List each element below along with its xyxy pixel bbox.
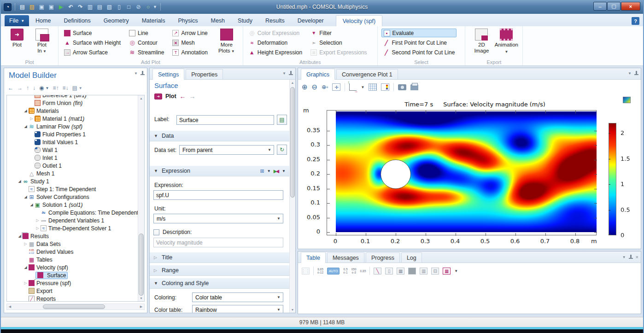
plot-button[interactable]: Plot <box>165 93 176 99</box>
expanded-arrow-icon[interactable]: ◢ <box>29 203 35 207</box>
arrow-line-button[interactable]: Arrow Line <box>170 29 209 37</box>
open-icon[interactable] <box>28 3 36 11</box>
tree-item-form-union[interactable]: Form Union(fin) <box>7 99 138 107</box>
tree-item-reports[interactable]: Reports <box>7 295 138 302</box>
back-icon[interactable]: ← <box>8 85 13 91</box>
rename-button[interactable]: ▤ <box>277 115 287 125</box>
collapsed-arrow-icon[interactable]: ▷ <box>35 226 41 230</box>
expanded-arrow-icon[interactable]: ◢ <box>23 124 29 129</box>
evaluate-button[interactable]: Evaluate <box>381 29 457 37</box>
pin-icon[interactable] <box>634 71 638 76</box>
table-format-icon[interactable]: ▦ <box>443 268 451 275</box>
duplicate-icon[interactable] <box>105 3 113 11</box>
tree-item-initial-values-1[interactable]: Initial Values 1 <box>7 138 138 146</box>
scroll-down-icon[interactable]: ▼ <box>290 307 295 313</box>
format-engineering-icon[interactable]: 0.5e-1 <box>343 268 347 274</box>
format-decimal-icon[interactable]: 0.85 <box>360 269 366 273</box>
grid-toggle-icon[interactable] <box>369 83 377 91</box>
format-scientific-icon[interactable]: 8.85e-12 <box>317 268 323 274</box>
collapsed-arrow-icon[interactable]: ▷ <box>23 242 29 246</box>
solid-icon[interactable] <box>408 268 416 275</box>
format-eng3-icon[interactable]: 050e-3 <box>351 268 357 274</box>
replace-expression-icon[interactable]: ⊞ <box>260 168 264 174</box>
chevron-down-icon[interactable]: ▼ <box>454 269 458 273</box>
plot-area[interactable] <box>327 110 597 235</box>
scroll-down-icon[interactable]: ▼ <box>138 295 144 301</box>
tab-study[interactable]: Study <box>231 15 259 26</box>
animation-button[interactable]: Animation ▼ <box>494 29 519 55</box>
search-icon[interactable] <box>144 3 152 11</box>
delete-icon[interactable]: ▯ <box>385 268 393 275</box>
show-eye-icon[interactable]: ◉▼ <box>39 85 49 91</box>
model-tree-vertical-scrollbar[interactable]: ▲ ▼ <box>138 95 144 301</box>
tree-item-mesh-1[interactable]: Mesh 1 <box>7 169 138 177</box>
section-data[interactable]: ▼ Data <box>150 130 289 141</box>
colortable-select[interactable]: Rainbow▼ <box>192 305 283 313</box>
tree-item-study-1[interactable]: ◢Study 1 <box>7 177 138 185</box>
label-input[interactable] <box>176 115 274 125</box>
tab-log[interactable]: Log <box>401 252 422 263</box>
tree-item-dependent-variables-1[interactable]: ▷Dependent Variables 1 <box>7 216 138 224</box>
save-icon[interactable] <box>38 3 46 11</box>
tree-item-derived-values[interactable]: Derived Values <box>7 248 138 256</box>
tab-definitions[interactable]: Definitions <box>57 15 97 26</box>
pin-icon[interactable] <box>141 71 145 76</box>
surface-with-height-button[interactable]: Surface with Height <box>62 38 123 47</box>
new-icon[interactable] <box>18 3 26 11</box>
collapsed-arrow-icon[interactable]: ▷ <box>23 281 29 285</box>
tree-item-step-1-time-dependent[interactable]: Step 1: Time Dependent <box>7 185 138 193</box>
streamline-button[interactable]: Streamline <box>127 48 166 57</box>
tree-item-solution-1[interactable]: ◢Solution 1(sol1) <box>7 201 138 209</box>
chevron-down-icon[interactable]: ▼ <box>282 169 286 173</box>
maximize-button[interactable]: ▢ <box>607 2 621 11</box>
tab-geometry[interactable]: Geometry <box>97 15 135 26</box>
arrow-surface-button[interactable]: Arrow Surface <box>62 48 123 57</box>
tab-messages[interactable]: Messages <box>327 252 364 263</box>
copy-table-icon[interactable]: ▥ <box>420 268 427 275</box>
selection-button[interactable]: Selection <box>309 38 369 47</box>
axis-orientation-icon[interactable] <box>349 83 357 91</box>
2d-image-button[interactable]: 2D Image <box>469 29 494 54</box>
go-to-source-button[interactable]: ↻ <box>277 145 287 155</box>
move-down-icon[interactable]: ↓ <box>33 85 35 91</box>
expanded-arrow-icon[interactable]: ◢ <box>23 195 29 199</box>
save-edit-icon[interactable] <box>47 3 55 11</box>
expanded-arrow-icon[interactable]: ◢ <box>17 234 23 238</box>
tab-results[interactable]: Results <box>259 15 291 26</box>
redo-icon[interactable] <box>76 3 84 11</box>
undo-icon[interactable] <box>67 3 75 11</box>
comsol-logo-icon[interactable] <box>4 3 12 11</box>
chevron-down-icon[interactable]: ▼ <box>267 169 271 173</box>
tree-item-fluid-properties-1[interactable]: Fluid Properties 1 <box>7 130 138 138</box>
annotation-button[interactable]: Annotation <box>170 48 209 57</box>
model-tree-horizontal-scrollbar[interactable]: ◀ ▶ <box>6 304 145 310</box>
scroll-up-icon[interactable]: ▲ <box>290 80 295 86</box>
height-expression-button[interactable]: Height Expression <box>247 48 304 57</box>
expand-all-icon[interactable]: ≡↓ <box>62 85 68 91</box>
scroll-left-icon[interactable]: ◀ <box>7 304 13 310</box>
plot-in-button[interactable]: Plot In ▼ <box>29 29 54 54</box>
mesh-button[interactable]: Mesh <box>170 38 209 47</box>
collapsed-arrow-icon[interactable]: ▷ <box>35 218 41 222</box>
tree-item-difference-1[interactable]: Difference 1(dif1) <box>7 95 138 99</box>
format-auto-button[interactable]: AUTO <box>327 268 340 275</box>
tab-settings[interactable]: Settings <box>152 69 184 80</box>
panel-menu-icon[interactable]: ▼ <box>134 71 138 76</box>
file-menu-button[interactable]: File▼ <box>5 15 29 26</box>
chevron-down-icon[interactable]: ▼ <box>361 85 364 89</box>
expression-input[interactable] <box>153 190 283 200</box>
snapshot-icon[interactable] <box>398 84 406 90</box>
tree-item-time-dependent-solver-1[interactable]: ▷Time-Dependent Solver 1 <box>7 224 138 232</box>
run-icon[interactable] <box>57 3 65 11</box>
tree-item-velocity-spf[interactable]: ◢Velocity (spf) <box>7 263 138 271</box>
filter-button[interactable]: Filter <box>309 29 369 37</box>
zoom-in-icon[interactable]: ⊕ <box>302 83 308 91</box>
forward-icon[interactable]: → <box>17 85 23 91</box>
export-table-icon[interactable]: ⊟ <box>431 268 439 275</box>
first-point-for-cut-line-button[interactable]: First Point for Cut Line <box>381 38 457 47</box>
tab-developer[interactable]: Developer <box>291 15 330 26</box>
close-icon[interactable]: × <box>636 254 638 260</box>
tree-item-materials[interactable]: ◢Materials <box>7 107 138 115</box>
print-icon[interactable] <box>410 84 418 90</box>
tree-item-material-1[interactable]: ▷Material 1(mat1) <box>7 115 138 123</box>
